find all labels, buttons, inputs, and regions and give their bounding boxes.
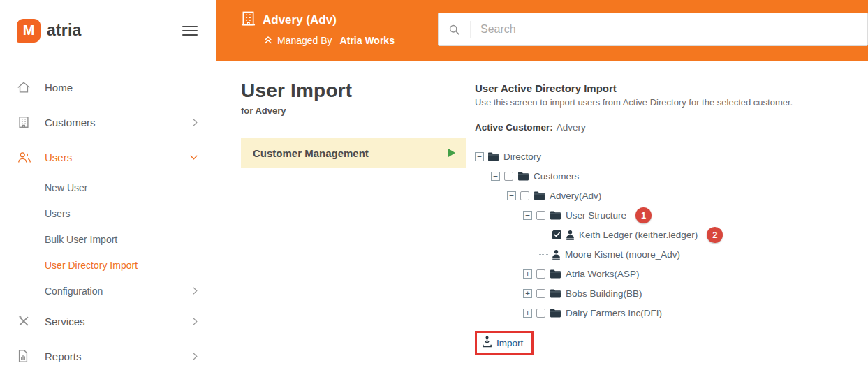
sidebar-item-users[interactable]: Users: [0, 140, 216, 175]
tree-item: −User Structure1: [475, 205, 868, 225]
panel-description: Use this screen to import users from Act…: [475, 97, 868, 108]
expand-node-icon[interactable]: +: [523, 289, 532, 298]
customer-management-button[interactable]: Customer Management: [241, 138, 466, 168]
chevron-right-icon: [193, 287, 198, 295]
tree-item-label[interactable]: Keith Ledger (keither.ledger): [579, 230, 698, 240]
page-title: User Import: [241, 80, 466, 102]
customer-management-label: Customer Management: [253, 147, 369, 159]
services-icon: [17, 314, 34, 328]
collapse-node-icon[interactable]: −: [475, 152, 484, 161]
building-icon: [241, 10, 256, 30]
sidebar-item-bulk-user-import[interactable]: Bulk User Import: [0, 226, 216, 252]
chevron-right-icon: [193, 119, 198, 126]
sidebar-item-services[interactable]: Services: [0, 304, 216, 339]
managed-by-value: Atria Works: [340, 35, 395, 46]
folder-icon: [550, 210, 561, 220]
folder-icon: [487, 151, 499, 161]
tree-connector: [539, 254, 548, 255]
tree-checkbox[interactable]: [536, 211, 545, 220]
tree-item-label[interactable]: Bobs Building(BB): [566, 288, 642, 299]
chevron-down-icon: [190, 155, 198, 160]
tree-checkbox[interactable]: [536, 289, 545, 298]
menu-toggle-icon[interactable]: [182, 25, 198, 36]
tree-item: Moore Kismet (moore_Adv): [475, 244, 868, 264]
tree-checkbox[interactable]: [536, 309, 545, 318]
app-window: M atria HomeCustomersUsersNew UserUsersB…: [0, 0, 868, 370]
page-subtitle: for Advery: [241, 105, 466, 116]
tree-checkbox[interactable]: [520, 191, 529, 200]
tree-checkbox[interactable]: [504, 172, 513, 181]
sidebar-item-home[interactable]: Home: [0, 70, 216, 105]
sidebar-item-new-user[interactable]: New User: [0, 175, 216, 200]
brand-name: atria: [47, 21, 82, 40]
sidebar-item-label: New User: [45, 182, 87, 193]
sidebar-item-configuration[interactable]: Configuration: [0, 278, 216, 304]
main-area: Advery (Adv) Managed By Atria Works User…: [216, 0, 868, 370]
atria-logo-icon: M: [17, 19, 41, 43]
import-user-icon: [482, 336, 492, 350]
play-arrow-icon: [448, 149, 455, 157]
sidebar-item-customers[interactable]: Customers: [0, 105, 216, 140]
tree-item-label[interactable]: Directory: [503, 151, 541, 162]
page-header-column: User Import for Advery Customer Manageme…: [241, 80, 466, 370]
folder-icon: [550, 308, 561, 318]
tree-item-label[interactable]: Customers: [534, 171, 579, 182]
search-icon: [439, 21, 471, 38]
sidebar-header: M atria: [0, 0, 216, 61]
annotation-badge-2: 2: [707, 227, 723, 243]
sidebar-item-label: Bulk User Import: [45, 234, 117, 245]
active-customer-value: Advery: [557, 122, 586, 133]
sidebar-item-label: User Directory Import: [45, 260, 138, 271]
sidebar-item-user-directory-import[interactable]: User Directory Import: [0, 252, 216, 278]
sidebar: M atria HomeCustomersUsersNew UserUsersB…: [0, 0, 216, 370]
tree-item: −Advery(Adv): [475, 186, 868, 205]
chevron-right-icon: [193, 353, 198, 360]
folder-icon: [534, 191, 545, 200]
expand-node-icon[interactable]: +: [523, 269, 532, 279]
search-input[interactable]: [471, 23, 867, 36]
sidebar-item-label: Services: [45, 316, 85, 327]
sidebar-item-label: Customers: [45, 117, 96, 128]
tree-item: +Bobs Building(BB): [475, 283, 868, 303]
tree-item: −Customers: [475, 166, 868, 186]
double-chevron-up-icon[interactable]: [264, 35, 272, 46]
tree-item: −Directory: [475, 147, 868, 166]
tree-item-label[interactable]: Advery(Adv): [550, 191, 601, 201]
tree-item: +Atria Works(ASP): [475, 264, 868, 283]
tree-item-label[interactable]: Atria Works(ASP): [566, 269, 640, 279]
sidebar-item-label: Users: [45, 208, 71, 219]
brand-logo: M atria: [17, 19, 82, 43]
tree-checkbox[interactable]: [552, 230, 561, 239]
folder-icon: [517, 171, 529, 181]
directory-tree: −Directory−Customers−Advery(Adv)−User St…: [475, 147, 868, 323]
user-icon: [552, 249, 561, 260]
tree-checkbox[interactable]: [536, 269, 545, 279]
tree-item-label[interactable]: Moore Kismet (moore_Adv): [565, 249, 680, 260]
building-icon: [17, 115, 34, 129]
folder-icon: [550, 269, 561, 279]
active-customer-label: Active Customer:: [475, 122, 553, 133]
collapse-node-icon[interactable]: −: [507, 191, 516, 200]
active-customer-line: Active Customer:Advery: [475, 122, 868, 133]
annotation-badge-1: 1: [635, 207, 652, 223]
import-annotation-box: Import: [475, 331, 534, 355]
tree-item: Keith Ledger (keither.ledger)2: [475, 225, 868, 244]
reports-icon: [17, 349, 34, 363]
tree-item-label[interactable]: User Structure: [566, 210, 626, 221]
import-panel: User Active Directory Import Use this sc…: [466, 80, 868, 370]
content-area: User Import for Advery Customer Manageme…: [216, 61, 868, 370]
sidebar-item-label: Configuration: [45, 286, 103, 297]
collapse-node-icon[interactable]: −: [523, 211, 532, 220]
tree-item-label[interactable]: Dairy Farmers Inc(DFI): [566, 308, 662, 318]
search-box: [438, 13, 868, 46]
collapse-node-icon[interactable]: −: [491, 172, 500, 181]
managed-by-label: Managed By: [277, 35, 332, 46]
import-button[interactable]: Import: [496, 338, 523, 348]
sidebar-nav: HomeCustomersUsersNew UserUsersBulk User…: [0, 61, 216, 370]
panel-title: User Active Directory Import: [475, 82, 868, 94]
sidebar-item-users-list[interactable]: Users: [0, 200, 216, 226]
sidebar-item-reports[interactable]: Reports: [0, 339, 216, 370]
user-icon: [566, 230, 575, 240]
expand-node-icon[interactable]: +: [523, 309, 532, 318]
top-header: Advery (Adv) Managed By Atria Works: [216, 0, 868, 61]
